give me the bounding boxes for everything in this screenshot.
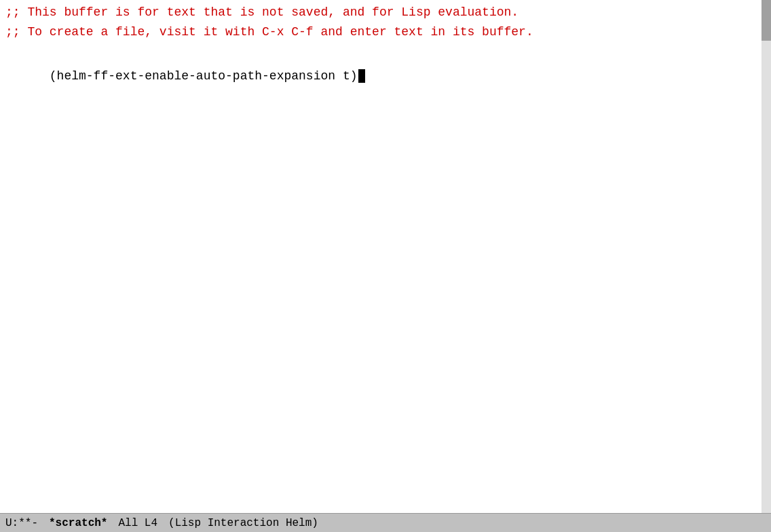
status-buffer-name: *scratch* xyxy=(49,517,107,529)
code-text: (helm-ff-ext-enable-auto-path-expansion … xyxy=(50,69,358,83)
status-encoding: U:**- xyxy=(5,517,38,529)
status-bar: U:**- *scratch* All L4 (Lisp Interaction… xyxy=(0,513,771,532)
scrollbar[interactable] xyxy=(761,0,771,513)
editor-container: ;; This buffer is for text that is not s… xyxy=(0,0,771,532)
code-line-1: (helm-ff-ext-enable-auto-path-expansion … xyxy=(5,48,766,106)
status-mode: (Lisp Interaction Helm) xyxy=(168,517,318,529)
scrollbar-thumb[interactable] xyxy=(761,0,771,41)
comment-line-2: ;; To create a file, visit it with C-x C… xyxy=(5,22,766,42)
text-cursor xyxy=(358,69,365,83)
comment-line-1: ;; This buffer is for text that is not s… xyxy=(5,3,766,22)
status-position: All L4 xyxy=(118,517,157,529)
editor-area[interactable]: ;; This buffer is for text that is not s… xyxy=(0,0,771,513)
